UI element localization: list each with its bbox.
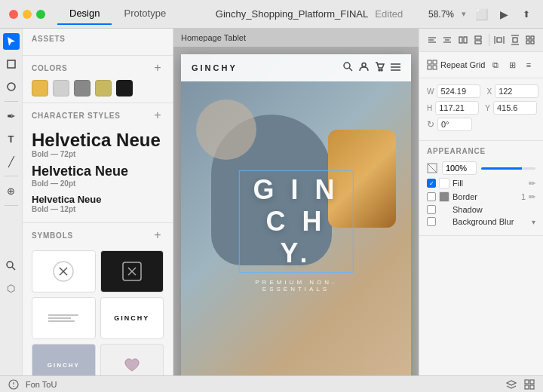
tab-design[interactable]: Design: [57, 3, 112, 25]
distribute-horiz-icon[interactable]: [492, 33, 506, 47]
dim-row-hy: H Y: [427, 101, 535, 115]
symbol-circle-x[interactable]: [32, 250, 96, 292]
add-char-style-button[interactable]: +: [152, 109, 164, 121]
svg-line-17: [349, 68, 352, 71]
align-left-icon[interactable]: [425, 33, 439, 47]
rotation-input[interactable]: [437, 118, 472, 131]
fill-edit-icon[interactable]: ✏: [529, 179, 535, 188]
add-symbol-button[interactable]: +: [152, 229, 164, 241]
minimize-button[interactable]: [23, 10, 32, 19]
fill-row: Fill ✏: [427, 178, 535, 188]
tool-separator-2: [5, 176, 18, 176]
border-label: Border: [452, 192, 518, 201]
search-nav-icon[interactable]: [343, 62, 353, 74]
svg-rect-39: [513, 38, 517, 42]
align-col-icon[interactable]: [456, 33, 470, 47]
cart-nav-icon[interactable]: [375, 62, 385, 74]
repeat-options-icon[interactable]: ≡: [522, 58, 535, 72]
svg-point-18: [362, 63, 366, 67]
char-style-item-medium[interactable]: Helvetica Neue Bold — 20pt: [32, 164, 164, 188]
rectangle-tool[interactable]: [3, 56, 20, 72]
svg-point-19: [379, 69, 380, 71]
char-style-item-small[interactable]: Helvetica Neue Bold — 12pt: [32, 194, 164, 213]
svg-rect-55: [530, 385, 534, 389]
left-toolbar: ✒ T ╱ ⊕ ⬡: [0, 29, 23, 375]
assets-icon[interactable]: [523, 378, 535, 390]
pen-tool[interactable]: ✒: [3, 108, 20, 124]
svg-rect-33: [475, 41, 481, 44]
symbol-ginchy-button[interactable]: GINCHY: [32, 344, 96, 375]
zoom-level[interactable]: 58.7%: [428, 9, 454, 20]
symbol-ginchy-logo[interactable]: GINCHY: [100, 297, 164, 339]
search-tool[interactable]: [3, 257, 20, 274]
x-input[interactable]: [495, 84, 538, 98]
layers-icon[interactable]: [505, 378, 517, 390]
svg-rect-44: [428, 60, 431, 64]
cursor-tool[interactable]: [3, 33, 20, 50]
fill-checkbox[interactable]: [427, 179, 436, 188]
title-tabs: Design Prototype: [57, 3, 178, 25]
status-icon-left[interactable]: [8, 378, 20, 390]
symbol-square-x[interactable]: [100, 250, 164, 292]
opacity-slider[interactable]: [481, 167, 535, 170]
color-swatch-black[interactable]: [116, 80, 133, 96]
symbol-lines[interactable]: [32, 297, 96, 339]
shadow-checkbox[interactable]: [427, 205, 436, 214]
shadow-row: Shadow: [427, 205, 535, 214]
color-swatch-tan[interactable]: [95, 80, 112, 96]
hero-product-circle: [196, 100, 256, 160]
char-styles-header: Character Styles +: [32, 109, 164, 121]
tab-prototype[interactable]: Prototype: [112, 3, 178, 25]
user-nav-icon[interactable]: [359, 62, 369, 74]
char-style-item-large[interactable]: Helvetica Neue Bold — 72pt: [32, 130, 164, 158]
color-swatch-yellow[interactable]: [32, 80, 48, 96]
add-color-button[interactable]: +: [152, 62, 164, 74]
align-row-icon[interactable]: [471, 33, 485, 47]
menu-nav-icon[interactable]: [391, 62, 400, 74]
symbols-grid: GINCHY GINCHY: [32, 247, 164, 375]
shadow-label: Shadow: [452, 205, 535, 214]
monitor-icon[interactable]: ⬜: [474, 7, 489, 22]
repeat-ungroup-icon[interactable]: ⊞: [505, 58, 519, 72]
symbol-heart-button[interactable]: [100, 344, 164, 375]
line-tool[interactable]: ╱: [3, 153, 20, 170]
repeat-copy-icon[interactable]: ⧉: [489, 58, 502, 72]
svg-rect-54: [525, 385, 529, 389]
border-edit-icon[interactable]: ✏: [529, 192, 535, 202]
char-style-label-small: Bold — 12pt: [32, 205, 164, 213]
zoom-tool[interactable]: ⊕: [3, 182, 20, 199]
tool-separator-1: [5, 101, 18, 102]
site-logo: GINCHY: [192, 63, 238, 72]
dimensions-section: W X H Y ↻: [419, 78, 543, 141]
plugin-tool[interactable]: ⬡: [3, 280, 20, 296]
svg-rect-30: [459, 37, 462, 43]
text-tool[interactable]: T: [3, 130, 20, 147]
ellipse-tool[interactable]: [3, 78, 20, 95]
share-icon[interactable]: ⬆: [519, 7, 534, 22]
height-input[interactable]: [435, 101, 479, 115]
border-color-swatch[interactable]: [439, 191, 449, 202]
close-button[interactable]: [9, 10, 18, 19]
svg-rect-36: [497, 38, 502, 42]
play-icon[interactable]: ▶: [496, 7, 511, 22]
fill-color-swatch[interactable]: [439, 178, 449, 188]
maximize-button[interactable]: [36, 10, 45, 19]
y-input[interactable]: [493, 101, 537, 115]
distribute-vert-icon[interactable]: [508, 33, 522, 47]
symbols-section: Symbols +: [23, 223, 173, 375]
color-swatch-gray[interactable]: [74, 80, 90, 96]
chevron-down-icon[interactable]: ▾: [462, 9, 466, 19]
tidy-icon[interactable]: [523, 33, 537, 47]
border-checkbox[interactable]: [427, 192, 436, 201]
bg-blur-checkbox[interactable]: [427, 217, 436, 226]
width-input[interactable]: [437, 84, 480, 98]
opacity-input[interactable]: [442, 161, 477, 175]
canvas-viewport[interactable]: GINCHY: [173, 47, 419, 375]
bg-blur-chevron-icon[interactable]: ▾: [532, 218, 535, 226]
right-toolbar-top: [419, 29, 543, 52]
color-swatch-lightgray[interactable]: [53, 80, 69, 96]
align-center-icon[interactable]: [440, 33, 454, 47]
canvas-area: Homepage Tablet GINCHY: [173, 29, 419, 375]
opacity-icon: [427, 163, 437, 173]
svg-rect-0: [8, 60, 15, 68]
